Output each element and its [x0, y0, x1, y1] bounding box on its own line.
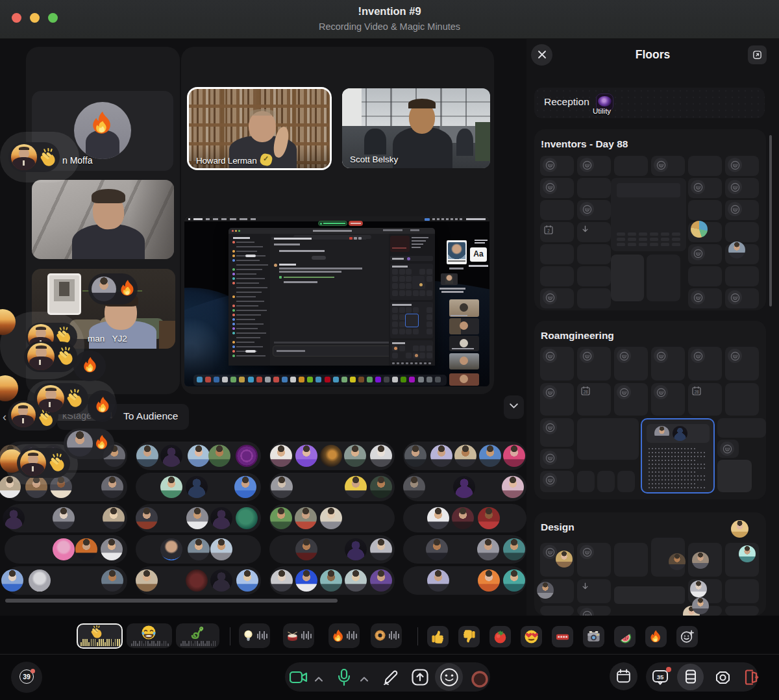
svg-text:28: 28: [583, 390, 588, 394]
svg-text:35: 35: [657, 673, 664, 681]
svg-text:28: 28: [694, 390, 699, 394]
svg-text:2: 2: [547, 229, 550, 233]
